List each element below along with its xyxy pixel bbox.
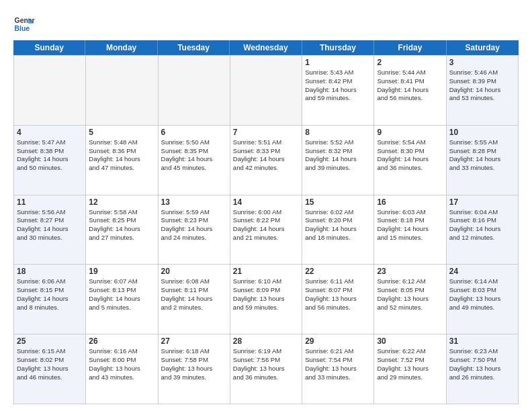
calendar-cell: 2Sunrise: 5:44 AM Sunset: 8:41 PM Daylig… bbox=[374, 56, 446, 126]
day-number: 14 bbox=[233, 197, 299, 207]
day-number: 27 bbox=[161, 336, 227, 346]
day-info: Sunrise: 6:07 AM Sunset: 8:13 PM Dayligh… bbox=[89, 277, 154, 312]
day-info: Sunrise: 6:12 AM Sunset: 8:05 PM Dayligh… bbox=[377, 277, 443, 312]
day-info: Sunrise: 6:11 AM Sunset: 8:07 PM Dayligh… bbox=[305, 277, 371, 312]
day-info: Sunrise: 6:16 AM Sunset: 8:00 PM Dayligh… bbox=[89, 347, 154, 381]
day-number: 20 bbox=[161, 267, 227, 276]
day-number: 21 bbox=[233, 267, 299, 276]
calendar-cell: 13Sunrise: 5:59 AM Sunset: 8:23 PM Dayli… bbox=[159, 195, 230, 265]
calendar-cell: 16Sunrise: 6:03 AM Sunset: 8:18 PM Dayli… bbox=[374, 195, 446, 265]
calendar-cell: 23Sunrise: 6:12 AM Sunset: 8:05 PM Dayli… bbox=[374, 265, 446, 334]
day-info: Sunrise: 6:08 AM Sunset: 8:11 PM Dayligh… bbox=[161, 277, 227, 312]
calendar-cell: 30Sunrise: 6:22 AM Sunset: 7:52 PM Dayli… bbox=[374, 334, 446, 404]
day-number: 10 bbox=[449, 128, 515, 137]
day-number: 17 bbox=[449, 197, 515, 207]
day-of-week-saturday: Saturday bbox=[447, 40, 519, 55]
day-info: Sunrise: 6:10 AM Sunset: 8:09 PM Dayligh… bbox=[233, 277, 299, 312]
calendar-cell: 27Sunrise: 6:18 AM Sunset: 7:58 PM Dayli… bbox=[159, 334, 230, 404]
day-of-week-tuesday: Tuesday bbox=[158, 40, 230, 55]
day-info: Sunrise: 6:06 AM Sunset: 8:15 PM Dayligh… bbox=[17, 277, 83, 312]
day-info: Sunrise: 5:59 AM Sunset: 8:23 PM Dayligh… bbox=[161, 208, 227, 242]
day-info: Sunrise: 6:03 AM Sunset: 8:18 PM Dayligh… bbox=[377, 208, 443, 242]
calendar-cell: 20Sunrise: 6:08 AM Sunset: 8:11 PM Dayli… bbox=[159, 265, 230, 334]
day-number: 23 bbox=[377, 267, 443, 276]
calendar-cell: 25Sunrise: 6:15 AM Sunset: 8:02 PM Dayli… bbox=[14, 334, 86, 404]
day-number: 16 bbox=[377, 197, 443, 207]
calendar-cell: 11Sunrise: 5:56 AM Sunset: 8:27 PM Dayli… bbox=[14, 195, 86, 265]
calendar-cell: 4Sunrise: 5:47 AM Sunset: 8:38 PM Daylig… bbox=[14, 126, 86, 195]
calendar-cell: 24Sunrise: 6:14 AM Sunset: 8:03 PM Dayli… bbox=[447, 265, 519, 334]
calendar-cell: 8Sunrise: 5:52 AM Sunset: 8:32 PM Daylig… bbox=[302, 126, 374, 195]
day-number: 6 bbox=[161, 128, 227, 137]
day-info: Sunrise: 5:54 AM Sunset: 8:30 PM Dayligh… bbox=[377, 138, 443, 173]
day-info: Sunrise: 6:04 AM Sunset: 8:16 PM Dayligh… bbox=[449, 208, 515, 242]
day-info: Sunrise: 6:22 AM Sunset: 7:52 PM Dayligh… bbox=[377, 347, 443, 381]
day-info: Sunrise: 5:51 AM Sunset: 8:33 PM Dayligh… bbox=[233, 138, 299, 173]
day-number: 1 bbox=[305, 58, 371, 67]
day-info: Sunrise: 5:55 AM Sunset: 8:28 PM Dayligh… bbox=[449, 138, 515, 173]
day-number: 9 bbox=[377, 128, 443, 137]
day-info: Sunrise: 5:47 AM Sunset: 8:38 PM Dayligh… bbox=[17, 138, 83, 173]
day-number: 28 bbox=[233, 336, 299, 346]
day-number: 12 bbox=[89, 197, 154, 207]
day-info: Sunrise: 5:46 AM Sunset: 8:39 PM Dayligh… bbox=[449, 68, 515, 103]
calendar-header: SundayMondayTuesdayWednesdayThursdayFrid… bbox=[13, 40, 519, 55]
calendar-cell: 26Sunrise: 6:16 AM Sunset: 8:00 PM Dayli… bbox=[86, 334, 158, 404]
day-number: 30 bbox=[377, 336, 443, 346]
day-number: 25 bbox=[17, 336, 83, 346]
calendar-cell bbox=[159, 56, 230, 126]
calendar-cell bbox=[14, 56, 86, 126]
day-info: Sunrise: 5:43 AM Sunset: 8:42 PM Dayligh… bbox=[305, 68, 371, 103]
day-number: 5 bbox=[89, 128, 154, 137]
calendar-cell: 29Sunrise: 6:21 AM Sunset: 7:54 PM Dayli… bbox=[302, 334, 374, 404]
calendar-cell: 14Sunrise: 6:00 AM Sunset: 8:22 PM Dayli… bbox=[230, 195, 302, 265]
day-number: 22 bbox=[305, 267, 371, 276]
header: General Blue bbox=[13, 11, 519, 35]
calendar-cell: 31Sunrise: 6:23 AM Sunset: 7:50 PM Dayli… bbox=[447, 334, 519, 404]
svg-text:General: General bbox=[15, 17, 35, 24]
day-number: 8 bbox=[305, 128, 371, 137]
day-number: 4 bbox=[17, 128, 83, 137]
day-info: Sunrise: 6:02 AM Sunset: 8:20 PM Dayligh… bbox=[305, 208, 371, 242]
day-number: 11 bbox=[17, 197, 83, 207]
day-info: Sunrise: 6:19 AM Sunset: 7:56 PM Dayligh… bbox=[233, 347, 299, 381]
day-info: Sunrise: 6:15 AM Sunset: 8:02 PM Dayligh… bbox=[17, 347, 83, 381]
day-info: Sunrise: 6:21 AM Sunset: 7:54 PM Dayligh… bbox=[305, 347, 371, 381]
day-info: Sunrise: 6:14 AM Sunset: 8:03 PM Dayligh… bbox=[449, 277, 515, 312]
day-number: 26 bbox=[89, 336, 154, 346]
svg-text:Blue: Blue bbox=[15, 25, 30, 32]
calendar-cell bbox=[86, 56, 158, 126]
calendar-cell: 12Sunrise: 5:58 AM Sunset: 8:25 PM Dayli… bbox=[86, 195, 158, 265]
day-of-week-thursday: Thursday bbox=[302, 40, 374, 55]
calendar-cell: 17Sunrise: 6:04 AM Sunset: 8:16 PM Dayli… bbox=[447, 195, 519, 265]
logo-icon: General Blue bbox=[13, 13, 35, 35]
day-number: 31 bbox=[449, 336, 515, 346]
calendar-cell: 1Sunrise: 5:43 AM Sunset: 8:42 PM Daylig… bbox=[302, 56, 374, 126]
calendar-cell: 15Sunrise: 6:02 AM Sunset: 8:20 PM Dayli… bbox=[302, 195, 374, 265]
day-of-week-monday: Monday bbox=[85, 40, 157, 55]
calendar-cell: 18Sunrise: 6:06 AM Sunset: 8:15 PM Dayli… bbox=[14, 265, 86, 334]
day-info: Sunrise: 5:50 AM Sunset: 8:35 PM Dayligh… bbox=[161, 138, 227, 173]
day-info: Sunrise: 6:00 AM Sunset: 8:22 PM Dayligh… bbox=[233, 208, 299, 242]
day-number: 13 bbox=[161, 197, 227, 207]
calendar-cell: 7Sunrise: 5:51 AM Sunset: 8:33 PM Daylig… bbox=[230, 126, 302, 195]
calendar-body: 1Sunrise: 5:43 AM Sunset: 8:42 PM Daylig… bbox=[13, 55, 519, 404]
day-number: 24 bbox=[449, 267, 515, 276]
calendar-cell: 9Sunrise: 5:54 AM Sunset: 8:30 PM Daylig… bbox=[374, 126, 446, 195]
calendar-cell bbox=[230, 56, 302, 126]
day-info: Sunrise: 6:23 AM Sunset: 7:50 PM Dayligh… bbox=[449, 347, 515, 381]
day-number: 3 bbox=[449, 58, 515, 67]
day-info: Sunrise: 5:52 AM Sunset: 8:32 PM Dayligh… bbox=[305, 138, 371, 173]
calendar-cell: 3Sunrise: 5:46 AM Sunset: 8:39 PM Daylig… bbox=[447, 56, 519, 126]
day-number: 18 bbox=[17, 267, 83, 276]
day-of-week-sunday: Sunday bbox=[13, 40, 85, 55]
calendar-cell: 21Sunrise: 6:10 AM Sunset: 8:09 PM Dayli… bbox=[230, 265, 302, 334]
day-info: Sunrise: 5:44 AM Sunset: 8:41 PM Dayligh… bbox=[377, 68, 443, 103]
day-number: 15 bbox=[305, 197, 371, 207]
calendar-cell: 10Sunrise: 5:55 AM Sunset: 8:28 PM Dayli… bbox=[447, 126, 519, 195]
calendar-cell: 22Sunrise: 6:11 AM Sunset: 8:07 PM Dayli… bbox=[302, 265, 374, 334]
day-number: 19 bbox=[89, 267, 154, 276]
day-info: Sunrise: 5:48 AM Sunset: 8:36 PM Dayligh… bbox=[89, 138, 154, 173]
day-info: Sunrise: 5:56 AM Sunset: 8:27 PM Dayligh… bbox=[17, 208, 83, 242]
day-number: 29 bbox=[305, 336, 371, 346]
